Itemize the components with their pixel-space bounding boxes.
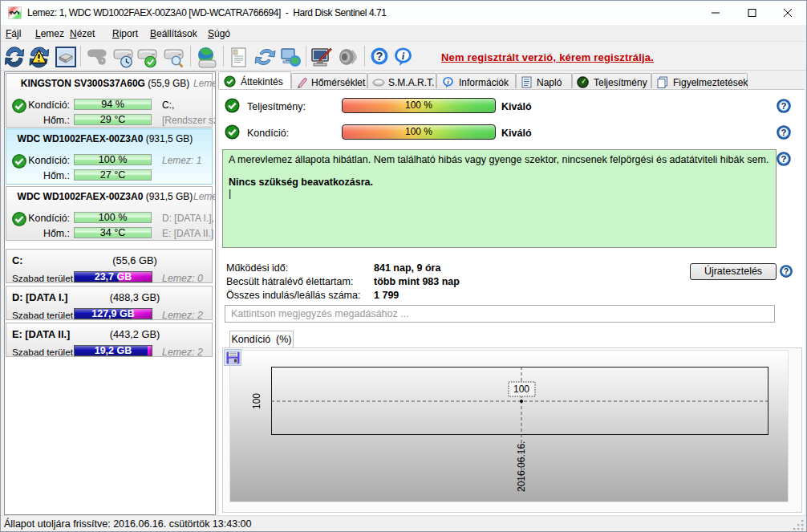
svg-text:100: 100 [251, 393, 262, 409]
svg-text:i: i [402, 50, 405, 62]
svg-text:2016.06.16.: 2016.06.16. [516, 441, 527, 492]
svg-text:?: ? [784, 267, 789, 276]
svg-text:?: ? [781, 128, 787, 137]
svg-text:?: ? [781, 154, 787, 164]
svg-text:?: ? [376, 50, 383, 63]
svg-text:?: ? [781, 101, 787, 111]
svg-text:100: 100 [513, 384, 529, 395]
